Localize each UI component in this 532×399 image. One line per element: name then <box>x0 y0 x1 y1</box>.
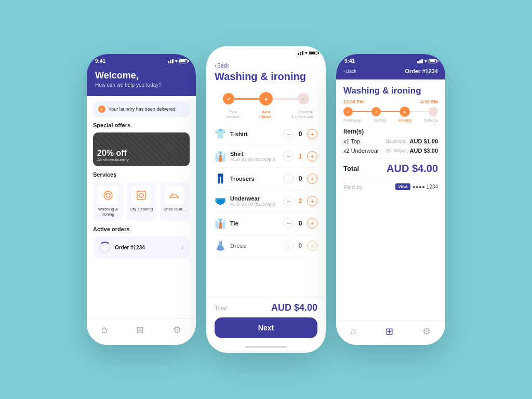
steps-labels-2: Pickservice AddItems Confirm& check-out <box>215 110 317 123</box>
tshirt-minus[interactable]: − <box>283 129 294 139</box>
battery-icon <box>179 59 188 63</box>
order-row[interactable]: Order #1234 › <box>93 236 190 258</box>
tie-plus[interactable]: + <box>307 218 317 229</box>
orders-nav-icon[interactable]: ⊞ <box>136 324 144 336</box>
progress-steps-2: ✓ ● ● <box>215 86 317 110</box>
p3-lbl-delivery: Delivery <box>424 118 438 123</box>
signal-icon <box>168 59 174 63</box>
back-button-2[interactable]: ‹ Back <box>215 63 317 69</box>
phone1-header: Welcome, How can we help you today? <box>87 66 196 96</box>
battery-icon-3 <box>429 59 437 63</box>
item-trousers: 👖 Trousers − 0 + <box>215 168 317 190</box>
p3-line1 <box>353 111 371 112</box>
tshirt-name: T-shirt <box>230 131 279 137</box>
step-2-dot: ● <box>259 92 273 105</box>
active-orders-title: Active orders <box>93 226 190 232</box>
tshirt-plus[interactable]: + <box>307 129 317 139</box>
promo-card[interactable]: 20% off All shoes laundry <box>93 132 190 166</box>
shirt-minus[interactable]: − <box>283 151 294 162</box>
washing-icon <box>99 186 117 205</box>
shirt-qty: 1 <box>297 153 304 160</box>
back-label-2: Back <box>217 63 229 69</box>
settings-nav-icon-3[interactable]: ⚙ <box>422 326 431 337</box>
trousers-info: Trousers <box>230 176 279 182</box>
p3-top-total: AUD $1.00 <box>410 138 438 144</box>
trousers-plus[interactable]: + <box>307 174 317 184</box>
step-1-dot: ✓ <box>223 93 234 104</box>
p3-item-underwear: x2 Underwear ($1.50/pc) AUD $3.00 <box>343 148 438 154</box>
step-label-2: AddItems <box>252 110 281 119</box>
tshirt-info: T-shirt <box>230 131 279 137</box>
underwear-price: AUD $3.00 ($1.50/pc) <box>230 202 279 207</box>
next-button[interactable]: Next <box>215 317 317 338</box>
p3-step-labels: Picking-up Sorting Ironing Delivery <box>343 118 438 123</box>
step-label-1: Pickservice <box>219 110 247 119</box>
service-label-washing: Washing &ironing <box>98 207 118 217</box>
back-button-3[interactable]: ‹ Back <box>343 69 356 74</box>
tie-minus[interactable]: − <box>283 218 294 229</box>
back-chevron-icon: ‹ <box>215 63 216 69</box>
status-bar-2: ▾ <box>206 46 326 58</box>
back-label-3: Back <box>346 69 356 74</box>
service-washing[interactable]: Washing &ironing <box>93 182 123 221</box>
underwear-plus[interactable]: + <box>307 196 317 206</box>
progress-steps-3: ✓ ✓ ● <box>343 107 438 117</box>
wifi-icon-3: ▾ <box>424 59 427 64</box>
orders-nav-icon-3[interactable]: ⊞ <box>385 326 393 337</box>
tie-info: Tie <box>230 220 279 227</box>
dress-plus[interactable]: + <box>307 241 317 251</box>
settings-nav-icon[interactable]: ⚙ <box>173 324 181 336</box>
chevron-right-icon: › <box>181 244 183 251</box>
trousers-qty: 0 <box>297 175 304 182</box>
total-amount-2: AUD $4.00 <box>271 302 317 313</box>
service-dry[interactable]: Dry cleaning <box>126 182 156 221</box>
shirt-qty-control: − 1 + <box>283 151 317 162</box>
service-shoe[interactable]: Shoe laun... <box>159 182 190 221</box>
svg-point-1 <box>106 193 110 197</box>
p3-lbl-sorting: Sorting <box>374 118 387 123</box>
home-bar-indicator <box>245 346 287 348</box>
order-label: Order #1234 <box>115 245 177 250</box>
p3-paid-label: Paid by <box>343 184 363 190</box>
divider-1 <box>343 158 438 158</box>
phone3-body: Washing & ironing 12:00 PM 4:00 PM ✓ ✓ ●… <box>336 79 445 196</box>
home-nav-icon[interactable]: ⌂ <box>101 324 107 335</box>
underwear-qty: 2 <box>297 197 304 205</box>
phone1-body: i Your laundry has been delivered Specia… <box>87 96 196 263</box>
tshirt-qty: 0 <box>297 130 304 138</box>
welcome-text: Welcome, <box>95 70 188 81</box>
p3-lbl-pickup: Picking-up <box>343 118 362 123</box>
order-spinner-icon <box>99 242 111 253</box>
back-chevron-icon-3: ‹ <box>343 69 345 74</box>
trousers-minus[interactable]: − <box>283 174 294 184</box>
trousers-icon: 👖 <box>215 173 226 184</box>
phone-1: 9:41 ▾ Welcome, How can we help you toda… <box>87 54 196 345</box>
divider-2 <box>343 179 438 179</box>
status-icons-2: ▾ <box>298 50 317 56</box>
home-nav-icon-3[interactable]: ⌂ <box>351 326 356 337</box>
p3-lbl-ironing: Ironing <box>398 118 411 123</box>
services-grid: Washing &ironing Dry cleaning Shoe laun.… <box>93 182 190 221</box>
p3-underwear-per: ($1.50/pc) <box>385 148 407 153</box>
shirt-plus[interactable]: + <box>307 151 317 162</box>
delivery-banner: i Your laundry has been delivered <box>93 101 190 117</box>
tie-qty-control: − 0 + <box>283 218 317 229</box>
item-tie: 👔 Tie − 0 + <box>215 212 317 235</box>
status-bar-1: 9:41 ▾ <box>87 54 196 66</box>
p3-line3 <box>410 111 429 112</box>
underwear-icon: 🩲 <box>215 195 226 207</box>
dress-minus[interactable]: − <box>283 241 294 251</box>
item-tshirt: 👕 T-shirt − 0 + <box>215 123 317 145</box>
dry-icon <box>132 186 151 205</box>
bottom-nav-3: ⌂ ⊞ ⚙ <box>336 320 445 345</box>
p3-step3-dot: ● <box>400 107 410 117</box>
item-dress: 👗 Dress − 0 + <box>215 235 317 257</box>
p3-total-row: Total AUD $4.00 <box>343 163 438 175</box>
items-section-title: Item(s) <box>343 128 438 135</box>
dress-qty-control: − 0 + <box>283 241 317 251</box>
step-line-1 <box>234 98 259 100</box>
underwear-minus[interactable]: − <box>283 196 294 206</box>
p3-step4-dot <box>429 107 438 116</box>
phone3-topbar: ‹ Back Order #1234 <box>336 66 445 79</box>
wifi-icon-2: ▾ <box>305 50 308 56</box>
